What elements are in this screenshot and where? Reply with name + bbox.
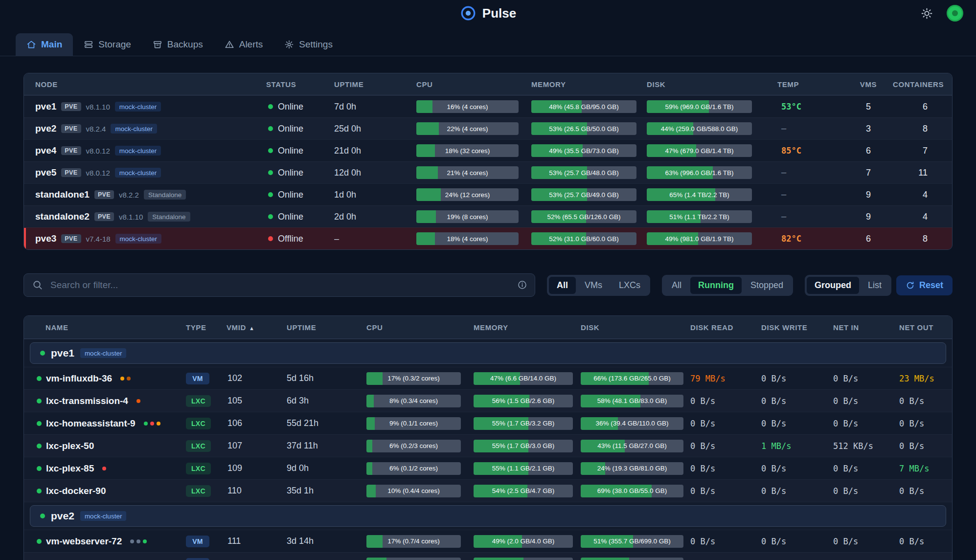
cluster-badge: mock-cluster bbox=[115, 168, 161, 178]
col-disk-read[interactable]: DISK READ bbox=[690, 323, 761, 332]
guest-group-header[interactable]: pve2mock-cluster bbox=[30, 505, 946, 527]
node-row[interactable]: pve4PVEv8.0.12mock-clusterOnline21d 0h18… bbox=[24, 139, 952, 161]
tab-backups[interactable]: Backups bbox=[142, 33, 214, 56]
guest-disk-read: 0 B/s bbox=[690, 419, 761, 428]
col-status[interactable]: STATUS bbox=[266, 80, 334, 89]
node-status: Online bbox=[266, 146, 334, 156]
node-temp: – bbox=[777, 124, 844, 134]
guest-net-in: 0 B/s bbox=[833, 537, 899, 546]
col-cpu[interactable]: CPU bbox=[416, 80, 531, 89]
usage-bar-label: 59% (969.0 GB/1.6 TB) bbox=[647, 100, 752, 113]
theme-toggle-sun-icon[interactable] bbox=[921, 7, 933, 20]
guest-row[interactable]: vm-webserver-72VM1113d 14h17% (0.7/4 cor… bbox=[24, 530, 952, 552]
node-row[interactable]: pve2PVEv8.2.4mock-clusterOnline25d 0h22%… bbox=[24, 117, 952, 139]
guest-disk-usage: 66% (173.6 GB/265.0 GB) bbox=[581, 372, 690, 385]
status-label: Online bbox=[278, 124, 303, 134]
guest-group-header[interactable]: pve1mock-cluster bbox=[30, 342, 946, 364]
node-vms-count: 3 bbox=[844, 124, 893, 134]
guest-row[interactable]: lxc-docker-90LXC11035d 1h10% (0.4/4 core… bbox=[24, 479, 952, 502]
guest-name: lxc-docker-90 bbox=[46, 486, 106, 496]
node-version: v8.2.4 bbox=[86, 125, 106, 133]
tab-main[interactable]: Main bbox=[16, 33, 73, 56]
usage-bar: 55% (1.7 GB/3.0 GB) bbox=[474, 440, 573, 452]
type-filter-lxcs[interactable]: LXCs bbox=[611, 277, 648, 294]
state-filter-stopped[interactable]: Stopped bbox=[743, 277, 791, 294]
type-filter-vms[interactable]: VMs bbox=[577, 277, 610, 294]
tab-alerts[interactable]: Alerts bbox=[214, 33, 274, 56]
reset-button[interactable]: Reset bbox=[896, 275, 953, 295]
guest-row[interactable]: vm-frontend-71VM1122d 1h21% (0.8/4 cores… bbox=[24, 552, 952, 560]
col-guest-disk[interactable]: DISK bbox=[581, 323, 690, 332]
usage-bar: 66% (173.6 GB/265.0 GB) bbox=[581, 372, 683, 385]
node-row[interactable]: pve1PVEv8.1.10mock-clusterOnline7d 0h16%… bbox=[24, 95, 952, 117]
guest-row[interactable]: lxc-transmission-4LXC1056d 3h8% (0.3/4 c… bbox=[24, 389, 952, 412]
node-row[interactable]: standalone1PVEv8.2.2StandaloneOnline1d 0… bbox=[24, 183, 952, 205]
user-avatar[interactable] bbox=[947, 5, 963, 22]
col-type[interactable]: TYPE bbox=[186, 323, 227, 332]
col-vmid[interactable]: VMID▲ bbox=[227, 323, 287, 332]
node-memory-usage: 49% (35.5 GB/73.0 GB) bbox=[531, 144, 647, 157]
cluster-badge: mock-cluster bbox=[80, 348, 127, 358]
state-filter-running[interactable]: Running bbox=[690, 277, 742, 294]
search-icon bbox=[32, 279, 43, 291]
col-guest-memory[interactable]: MEMORY bbox=[474, 323, 581, 332]
node-status-dot bbox=[40, 514, 45, 518]
col-containers[interactable]: CONTAINERS bbox=[893, 80, 953, 89]
node-name: pve3 bbox=[35, 233, 56, 244]
guest-status-dot bbox=[37, 539, 42, 544]
view-filter-grouped[interactable]: Grouped bbox=[807, 277, 859, 294]
col-vms[interactable]: VMS bbox=[844, 80, 893, 89]
col-node[interactable]: NODE bbox=[24, 80, 266, 89]
view-filter-list[interactable]: List bbox=[860, 277, 889, 294]
guest-vmid: 109 bbox=[227, 463, 287, 473]
col-guest-uptime[interactable]: UPTIME bbox=[287, 323, 366, 332]
node-vms-count: 5 bbox=[844, 102, 893, 112]
type-badge: LXC bbox=[186, 463, 211, 474]
info-icon[interactable] bbox=[517, 280, 527, 290]
guest-net-out: 0 B/s bbox=[899, 537, 953, 546]
node-status-dot bbox=[40, 351, 45, 356]
state-filter-all[interactable]: All bbox=[664, 277, 689, 294]
guest-row[interactable]: lxc-plex-50LXC10737d 11h6% (0.2/3 cores)… bbox=[24, 434, 952, 457]
col-uptime[interactable]: UPTIME bbox=[334, 80, 416, 89]
node-memory-usage: 52% (65.5 GB/126.0 GB) bbox=[531, 210, 647, 223]
col-net-in[interactable]: NET IN bbox=[833, 323, 899, 332]
main-content: NODE STATUS UPTIME CPU MEMORY DISK TEMP … bbox=[0, 73, 976, 560]
guest-memory-usage: 55% (1.1 GB/2.1 GB) bbox=[474, 462, 581, 475]
col-temp[interactable]: TEMP bbox=[777, 80, 844, 89]
usage-bar-label: 47% (330.0 GB/699.0 GB) bbox=[581, 558, 683, 560]
guest-net-in: 0 B/s bbox=[833, 419, 899, 428]
guest-net-out: 0 B/s bbox=[899, 486, 953, 496]
guest-memory-usage: 56% (1.5 GB/2.6 GB) bbox=[474, 395, 581, 407]
cluster-badge: mock-cluster bbox=[80, 511, 127, 521]
guest-row[interactable]: lxc-homeassistant-9LXC10655d 21h9% (0.1/… bbox=[24, 412, 952, 434]
state-filter-group: All Running Stopped bbox=[662, 275, 793, 296]
guest-row[interactable]: vm-influxdb-36VM1025d 16h17% (0.3/2 core… bbox=[24, 367, 952, 389]
tab-settings[interactable]: Settings bbox=[273, 33, 343, 56]
guest-disk-usage: 69% (38.0 GB/55.0 GB) bbox=[581, 485, 690, 497]
type-filter-all[interactable]: All bbox=[549, 277, 576, 294]
usage-bar: 17% (0.3/2 cores) bbox=[366, 372, 461, 385]
col-memory[interactable]: MEMORY bbox=[531, 80, 647, 89]
col-name[interactable]: NAME bbox=[24, 323, 186, 332]
reset-button-label: Reset bbox=[919, 280, 943, 291]
col-net-out[interactable]: NET OUT bbox=[899, 323, 953, 332]
usage-bar-label: 22% (4 cores) bbox=[416, 122, 519, 135]
node-row[interactable]: pve5PVEv8.0.12mock-clusterOnline12d 0h21… bbox=[24, 161, 952, 183]
tab-storage[interactable]: Storage bbox=[73, 33, 142, 56]
guest-name: lxc-transmission-4 bbox=[46, 396, 128, 406]
alert-dot bbox=[102, 467, 106, 470]
node-containers-count: 11 bbox=[893, 168, 953, 178]
node-row[interactable]: standalone2PVEv8.1.10StandaloneOnline2d … bbox=[24, 205, 952, 227]
guest-memory-usage: 49% (2.0 GB/4.0 GB) bbox=[474, 535, 581, 548]
usage-bar: 63% (996.0 GB/1.6 TB) bbox=[647, 166, 752, 179]
search-input[interactable] bbox=[23, 273, 535, 297]
usage-bar-label: 6% (0.1/2 cores) bbox=[366, 462, 461, 475]
usage-bar: 6% (0.1/2 cores) bbox=[366, 462, 461, 475]
guest-type-cell: LXC bbox=[186, 485, 227, 497]
col-disk[interactable]: DISK bbox=[647, 80, 777, 89]
node-row[interactable]: pve3PVEv7.4-18mock-clusterOffline–18% (4… bbox=[24, 227, 952, 249]
guest-row[interactable]: lxc-plex-85LXC1099d 0h6% (0.1/2 cores)55… bbox=[24, 457, 952, 479]
col-guest-cpu[interactable]: CPU bbox=[366, 323, 474, 332]
col-disk-write[interactable]: DISK WRITE bbox=[761, 323, 833, 332]
